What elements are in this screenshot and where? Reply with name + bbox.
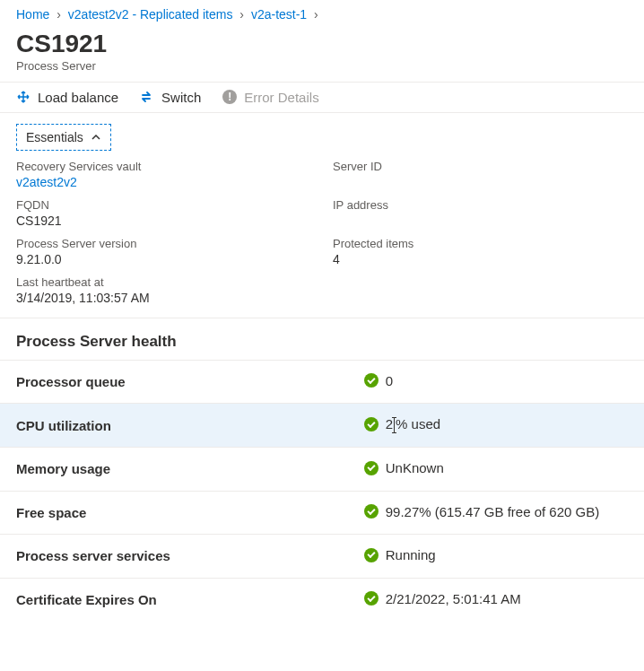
health-key: Memory usage <box>0 448 348 492</box>
breadcrumb-link-home[interactable]: Home <box>16 7 49 22</box>
health-key: Free space <box>0 491 348 535</box>
essentials-panel: Recovery Services vault v2atest2v2 Serve… <box>0 160 644 318</box>
health-row-processor-queue: Processor queue 0 <box>0 360 644 404</box>
switch-label: Switch <box>161 90 201 105</box>
health-table: Processor queue 0 CPU utilization 2% use… <box>0 360 644 622</box>
check-icon <box>364 373 379 388</box>
chevron-right-icon: › <box>239 7 244 22</box>
check-icon <box>364 548 379 562</box>
page-title: CS1921 <box>16 29 628 59</box>
health-key: Certificate Expires On <box>0 578 348 621</box>
check-icon <box>364 591 379 606</box>
essentials-item-vault: Recovery Services vault v2atest2v2 <box>16 160 311 189</box>
health-value: UnKnown <box>348 448 644 492</box>
essentials-label: Protected items <box>333 237 628 250</box>
text-cursor-icon <box>394 418 395 432</box>
essentials-item-fqdn: FQDN CS1921 <box>16 198 311 228</box>
health-value: 2% used <box>348 404 644 448</box>
health-row-cpu: CPU utilization 2% used <box>0 404 644 448</box>
health-value: 0 <box>348 360 644 404</box>
health-key: CPU utilization <box>0 404 348 448</box>
breadcrumb: Home › v2atest2v2 - Replicated items › v… <box>0 0 644 25</box>
health-row-memory: Memory usage UnKnown <box>0 448 644 492</box>
health-key: Processor queue <box>0 360 348 404</box>
essentials-label: Process Server version <box>16 237 311 250</box>
essentials-item-serverid: Server ID <box>333 160 628 189</box>
health-value: Running <box>348 535 644 579</box>
essentials-item-version: Process Server version 9.21.0.0 <box>16 237 311 266</box>
check-icon <box>364 504 379 518</box>
load-balance-icon <box>16 90 30 104</box>
error-details-label: Error Details <box>244 90 318 105</box>
essentials-toggle[interactable]: Essentials <box>16 124 111 151</box>
page-subtitle: Process Server <box>16 59 628 73</box>
health-value-text: UnKnown <box>386 460 444 475</box>
check-icon <box>364 461 379 475</box>
switch-button[interactable]: Switch <box>140 90 201 105</box>
breadcrumb-link-vault[interactable]: v2atest2v2 - Replicated items <box>68 7 233 22</box>
essentials-label: FQDN <box>16 198 311 212</box>
essentials-item-ip: IP address <box>333 198 628 228</box>
essentials-value-link[interactable]: v2atest2v2 <box>16 175 311 189</box>
essentials-value: 4 <box>333 252 628 266</box>
error-details-button: ! Error Details <box>222 90 318 105</box>
chevron-right-icon: › <box>314 7 318 22</box>
essentials-label: Last heartbeat at <box>16 275 311 289</box>
load-balance-label: Load balance <box>38 90 118 105</box>
health-value: 2/21/2022, 5:01:41 AM <box>348 578 644 621</box>
chevron-right-icon: › <box>57 7 61 22</box>
health-value-text: 2% used <box>386 416 440 432</box>
essentials-value: CS1921 <box>16 214 311 228</box>
essentials-item-protected: Protected items 4 <box>333 237 628 266</box>
health-row-cert-expires: Certificate Expires On 2/21/2022, 5:01:4… <box>0 578 644 621</box>
essentials-label: Essentials <box>26 130 83 144</box>
load-balance-button[interactable]: Load balance <box>16 90 118 105</box>
essentials-label: Server ID <box>333 160 628 173</box>
health-row-free-space: Free space 99.27% (615.47 GB free of 620… <box>0 491 644 535</box>
health-value-text: 2/21/2022, 5:01:41 AM <box>386 591 521 606</box>
health-value-text: Running <box>386 547 436 562</box>
breadcrumb-link-item[interactable]: v2a-test-1 <box>251 7 307 22</box>
switch-icon <box>140 90 154 104</box>
essentials-label: Recovery Services vault <box>16 160 311 173</box>
health-heading: Process Server health <box>0 318 644 360</box>
health-value-text: 0 <box>386 373 393 388</box>
check-icon <box>364 417 379 431</box>
title-area: CS1921 Process Server <box>0 25 644 82</box>
health-row-services: Process server services Running <box>0 535 644 579</box>
command-bar: Load balance Switch ! Error Details <box>0 82 644 113</box>
health-value: 99.27% (615.47 GB free of 620 GB) <box>348 491 644 535</box>
essentials-value: 3/14/2019, 11:03:57 AM <box>16 291 311 305</box>
health-key: Process server services <box>0 535 348 579</box>
error-icon: ! <box>222 90 237 104</box>
essentials-item-heartbeat: Last heartbeat at 3/14/2019, 11:03:57 AM <box>16 275 311 305</box>
chevron-up-icon <box>91 132 101 143</box>
health-value-text: 99.27% (615.47 GB free of 620 GB) <box>386 504 599 519</box>
essentials-value: 9.21.0.0 <box>16 252 311 266</box>
essentials-label: IP address <box>333 198 628 212</box>
